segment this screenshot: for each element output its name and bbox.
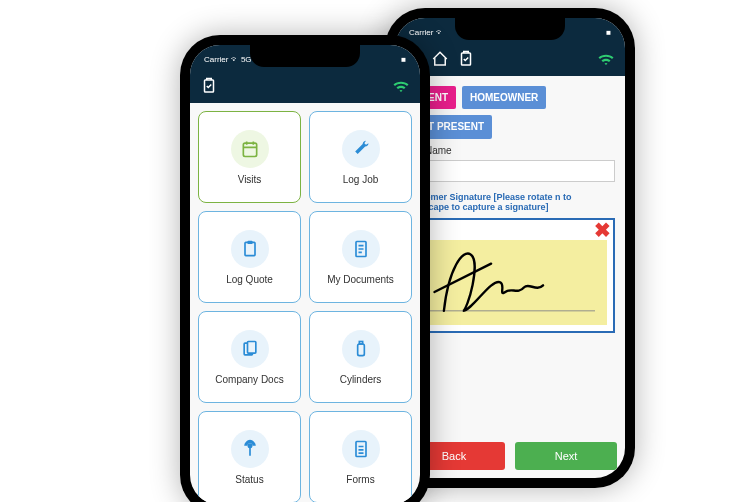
role-tags-2: NOT PRESENT — [405, 115, 615, 139]
svg-rect-3 — [243, 143, 256, 156]
svg-rect-14 — [247, 341, 255, 353]
carrier: Carrier ᯤ 5G — [204, 55, 252, 64]
name-label: mer Name — [405, 145, 615, 156]
clipboard-icon[interactable] — [200, 77, 218, 99]
next-button[interactable]: Next — [515, 442, 617, 470]
wifi-icon — [392, 77, 410, 99]
tile-company-docs[interactable]: Company Docs — [198, 311, 301, 403]
document-icon — [342, 230, 380, 268]
wifi-icon — [597, 50, 615, 72]
tile-log-job[interactable]: Log Job — [309, 111, 412, 203]
signature-hint: Customer Signature [Please rotate n to l… — [405, 192, 615, 212]
svg-rect-16 — [359, 341, 362, 344]
carrier: Carrier ᯤ — [409, 28, 444, 37]
calendar-icon — [231, 130, 269, 168]
role-tags: AGENT HOMEOWNER — [405, 86, 615, 109]
tile-visits[interactable]: Visits — [198, 111, 301, 203]
docs-icon — [231, 330, 269, 368]
battery-icon: ■ — [606, 28, 611, 37]
close-icon[interactable]: ✖ — [594, 218, 611, 242]
tile-label: Log Job — [343, 174, 379, 185]
tile-cylinders[interactable]: Cylinders — [309, 311, 412, 403]
menu-grid: VisitsLog JobLog QuoteMy DocumentsCompan… — [190, 103, 420, 502]
clipboard-icon — [231, 230, 269, 268]
svg-rect-15 — [357, 344, 364, 356]
phone-menu: Carrier ᯤ 5G 8:44 PM ■ VisitsLog JobLog … — [180, 35, 430, 502]
tile-label: Cylinders — [340, 374, 382, 385]
antenna-icon — [231, 430, 269, 468]
tile-forms[interactable]: Forms — [309, 411, 412, 502]
tile-label: My Documents — [327, 274, 394, 285]
cylinder-icon — [342, 330, 380, 368]
wrench-icon — [342, 130, 380, 168]
tile-label: Forms — [346, 474, 374, 485]
app-header — [190, 73, 420, 103]
signature-pad[interactable] — [413, 240, 607, 325]
form-icon — [342, 430, 380, 468]
tile-status[interactable]: Status — [198, 411, 301, 502]
screen: Carrier ᯤ 5G 8:44 PM ■ VisitsLog JobLog … — [190, 45, 420, 502]
name-input[interactable] — [405, 160, 615, 182]
tile-label: Company Docs — [215, 374, 283, 385]
notch — [250, 45, 360, 67]
tile-label: Status — [235, 474, 263, 485]
tile-label: Visits — [238, 174, 262, 185]
button-row: Back Next — [403, 442, 617, 470]
notch — [455, 18, 565, 40]
tile-label: Log Quote — [226, 274, 273, 285]
tile-my-documents[interactable]: My Documents — [309, 211, 412, 303]
svg-rect-7 — [245, 242, 255, 255]
clipboard-icon[interactable] — [457, 50, 475, 72]
tile-log-quote[interactable]: Log Quote — [198, 211, 301, 303]
svg-point-17 — [248, 444, 251, 447]
battery-icon: ■ — [401, 55, 406, 64]
svg-rect-8 — [247, 240, 252, 243]
signature-box: ✖ — [405, 218, 615, 333]
home-icon[interactable] — [431, 50, 449, 72]
tag-homeowner[interactable]: HOMEOWNER — [462, 86, 546, 109]
